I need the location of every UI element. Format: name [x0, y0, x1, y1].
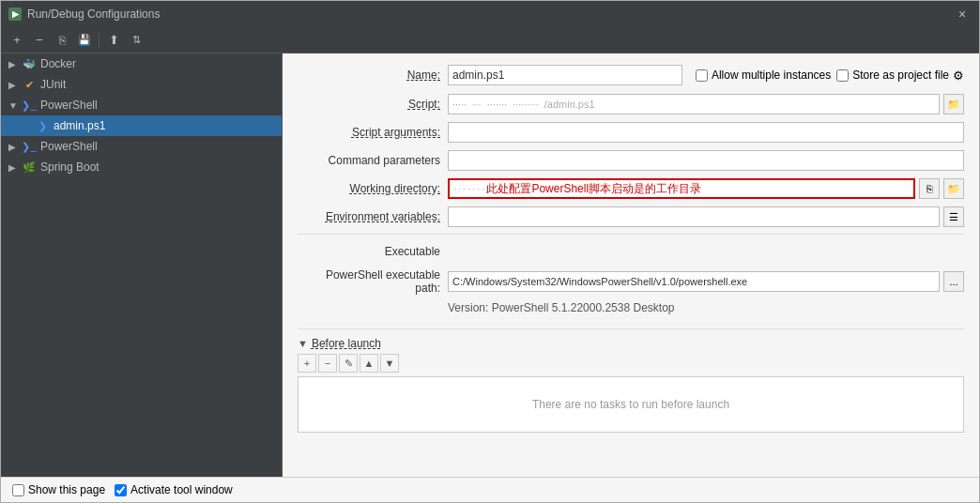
sort-button[interactable]: ⇅: [126, 31, 146, 50]
script-args-control: [448, 122, 964, 143]
activate-tool-checkbox[interactable]: [115, 484, 127, 496]
divider2: [298, 328, 964, 329]
show-page-wrapper: Show this page: [12, 483, 105, 496]
show-page-checkbox[interactable]: [12, 484, 24, 496]
working-dir-text: 此处配置PowerShell脚本启动是的工作目录: [486, 181, 701, 197]
env-variables-row: Environment variables: ☰: [298, 206, 964, 228]
ps-path-browse-button[interactable]: ...: [943, 271, 964, 292]
env-variables-label: Environment variables:: [298, 210, 448, 223]
launch-edit-button[interactable]: ✎: [339, 354, 358, 373]
sidebar-item-powershell2[interactable]: ▶ ❯_ PowerShell: [1, 136, 282, 157]
env-variables-input[interactable]: [448, 206, 940, 227]
before-launch-header: ▼ Before launch: [298, 337, 964, 350]
store-as-project-checkbox[interactable]: [836, 69, 849, 82]
working-dir-input[interactable]: ······· 此处配置PowerShell脚本启动是的工作目录: [448, 178, 915, 199]
sidebar-label-junit: JUnit: [40, 78, 66, 91]
expand-arrow: ▶: [8, 162, 22, 173]
show-page-label: Show this page: [28, 483, 105, 496]
env-variables-control: ☰: [448, 206, 964, 227]
working-dir-copy-button[interactable]: ⎘: [919, 178, 940, 199]
name-row: Name: Allow multiple instances Store as …: [298, 65, 964, 85]
launch-remove-button[interactable]: −: [318, 354, 337, 373]
working-dir-blurred: ·······: [453, 183, 486, 194]
working-dir-control: ······· 此处配置PowerShell脚本启动是的工作目录 ⎘ 📁: [448, 178, 964, 199]
toolbar-separator: [99, 33, 100, 48]
command-params-row: Command parameters: [298, 149, 964, 172]
bottom-bar: Show this page Activate tool window: [1, 477, 979, 502]
launch-tasks-box: There are no tasks to run before launch: [298, 376, 964, 433]
ps-path-control: ...: [448, 271, 964, 292]
activate-tool-wrapper: Activate tool window: [115, 483, 233, 496]
script-label: Script:: [298, 98, 448, 111]
command-params-control: [448, 150, 964, 171]
working-dir-label: Working directory:: [298, 182, 448, 195]
store-as-project-checkbox-wrapper: Store as project file ⚙: [836, 69, 964, 83]
junit-icon: ✔: [22, 78, 37, 91]
working-dir-row: Working directory: ······· 此处配置PowerShel…: [298, 177, 964, 200]
right-panel: Name: Allow multiple instances Store as …: [283, 53, 979, 477]
docker-icon: 🐳: [22, 57, 37, 70]
copy-config-button[interactable]: ⎘: [52, 31, 72, 50]
before-launch-title: Before launch: [312, 337, 381, 350]
collapse-arrow[interactable]: ▼: [298, 338, 308, 349]
ps-path-label: PowerShell executable path:: [298, 268, 448, 295]
activate-tool-label: Activate tool window: [130, 483, 233, 496]
title-bar: ▶ Run/Debug Configurations ×: [1, 1, 979, 27]
script-row: Script: 📁: [298, 93, 964, 115]
version-row: Version: PowerShell 5.1.22000.2538 Deskt…: [298, 300, 964, 323]
save-config-button[interactable]: 💾: [74, 31, 95, 50]
allow-multiple-checkbox-wrapper: Allow multiple instances: [696, 69, 831, 82]
dialog-title: Run/Debug Configurations: [27, 8, 160, 21]
sidebar-item-springboot[interactable]: ▶ 🌿 Spring Boot: [1, 157, 282, 177]
executable-label: Executable: [298, 245, 448, 258]
allow-multiple-section: Allow multiple instances Store as projec…: [696, 69, 964, 83]
add-config-button[interactable]: +: [7, 31, 27, 50]
ps-path-row: PowerShell executable path: ...: [298, 268, 964, 295]
gear-icon[interactable]: ⚙: [953, 69, 964, 83]
script-args-row: Script arguments:: [298, 121, 964, 144]
close-button[interactable]: ×: [953, 5, 972, 23]
app-icon: ▶: [8, 8, 22, 21]
sidebar-item-junit[interactable]: ▶ ✔ JUnit: [1, 74, 282, 95]
script-input[interactable]: [448, 94, 940, 114]
sidebar-label-springboot: Spring Boot: [40, 160, 100, 174]
working-dir-browse-button[interactable]: 📁: [943, 178, 964, 199]
script-control: 📁: [448, 94, 964, 114]
script-browse-button[interactable]: 📁: [943, 94, 964, 114]
sidebar: ▶ 🐳 Docker ▶ ✔ JUnit ▼ ❯_ PowerShell ▶ ❯: [1, 53, 283, 477]
command-params-input[interactable]: [448, 150, 964, 171]
sidebar-label-admin-ps1: admin.ps1: [54, 119, 105, 132]
script-args-input[interactable]: [448, 122, 964, 143]
move-up-button[interactable]: ⬆: [103, 31, 124, 50]
toolbar: + − ⎘ 💾 ⬆ ⇅: [1, 27, 979, 53]
sidebar-label-powershell: PowerShell: [40, 99, 98, 112]
expand-arrow: ▶: [8, 142, 22, 152]
main-content: ▶ 🐳 Docker ▶ ✔ JUnit ▼ ❯_ PowerShell ▶ ❯: [1, 53, 979, 477]
launch-add-button[interactable]: +: [298, 354, 316, 373]
executable-section: Executable: [298, 240, 964, 263]
sidebar-label-docker: Docker: [40, 57, 76, 70]
name-label: Name:: [298, 69, 448, 82]
name-input[interactable]: [448, 65, 682, 85]
sidebar-item-docker[interactable]: ▶ 🐳 Docker: [1, 53, 282, 74]
powershell2-icon: ❯_: [22, 140, 37, 153]
powershell-icon: ❯_: [22, 99, 37, 112]
remove-config-button[interactable]: −: [29, 31, 50, 50]
ps-path-input[interactable]: [448, 271, 940, 292]
sidebar-item-admin-ps1[interactable]: ▶ ❯ admin.ps1: [1, 115, 282, 136]
launch-up-button[interactable]: ▲: [360, 354, 378, 373]
env-variables-browse-button[interactable]: ☰: [943, 206, 964, 227]
expand-arrow: ▼: [8, 100, 22, 111]
launch-down-button[interactable]: ▼: [380, 354, 399, 373]
launch-empty-text: There are no tasks to run before launch: [532, 398, 729, 411]
allow-multiple-checkbox[interactable]: [696, 69, 708, 82]
sidebar-item-powershell[interactable]: ▼ ❯_ PowerShell: [1, 95, 282, 115]
store-as-project-label: Store as project file: [852, 69, 949, 82]
divider1: [298, 234, 964, 235]
title-bar-left: ▶ Run/Debug Configurations: [8, 8, 160, 21]
expand-arrow: ▶: [8, 59, 22, 69]
sidebar-label-powershell2: PowerShell: [40, 140, 98, 153]
springboot-icon: 🌿: [22, 160, 37, 174]
script-args-label: Script arguments:: [298, 126, 448, 139]
version-text: Version: PowerShell 5.1.22000.2538 Deskt…: [448, 301, 675, 314]
